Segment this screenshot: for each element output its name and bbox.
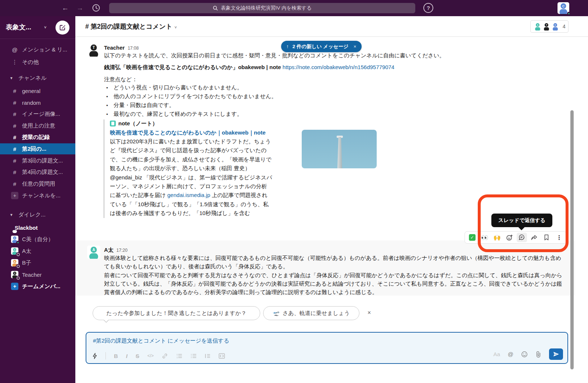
mention-button[interactable]: @ xyxy=(508,351,513,357)
card-description: 以下は2020年3月に書いたまま放置していたドラフトだ。ちょうど『現代ビジネス』… xyxy=(110,137,272,218)
search-input[interactable]: 表象文化論特殊研究演習IV 内を検索する xyxy=(109,3,415,13)
reading-title: 銭清弘「映画を倍速で見ることのなにがわるいのか」obakeweb | note xyxy=(104,64,281,70)
add-team-member-button[interactable]: +チームメンバ... xyxy=(0,281,75,292)
shortcuts-lightning-icon[interactable] xyxy=(92,353,97,359)
suggested-reply-chip[interactable]: 🛫さあ、軌道に乗せましょう xyxy=(263,306,359,320)
workspace-switcher[interactable]: 表象文... ˅ xyxy=(0,16,75,39)
hash-icon: # xyxy=(12,88,18,94)
dm-self[interactable]: CC美（自分） xyxy=(0,234,75,245)
gendai-link[interactable]: gendai.ismedia.jp xyxy=(167,192,210,198)
suggested-reply-chip[interactable]: たった今参加しました！聞き逃したことはありますか？ xyxy=(93,306,260,320)
link-preview-card: note（ノート） 映画を倍速で見ることのなにがわるいのか｜obakeweb｜n… xyxy=(103,119,280,218)
composer-right-tools: Aa @ xyxy=(493,348,563,360)
text-format-toggle[interactable]: Aa xyxy=(493,351,500,357)
close-icon[interactable]: × xyxy=(368,309,371,316)
sidebar-item-mentions[interactable]: @メンション & リ... xyxy=(0,44,75,55)
timestamp[interactable]: 17:08 xyxy=(128,46,139,51)
add-channel-button[interactable]: +チャンネルを... xyxy=(0,190,75,201)
author-name[interactable]: A太 xyxy=(104,247,114,253)
code-button[interactable]: </> xyxy=(147,353,154,358)
eyes-reaction-button[interactable]: 👀 xyxy=(480,233,490,242)
author-name[interactable]: Teacher xyxy=(104,44,125,51)
card-thumbnail-image[interactable] xyxy=(302,130,377,168)
emoji-picker-button[interactable] xyxy=(521,351,528,358)
message-avatar-ataro[interactable]: A xyxy=(87,246,100,259)
sidebar-channel-session2-selected[interactable]: #第2回の... xyxy=(0,143,75,154)
sidebar-channel-image[interactable]: #イメージ画像... xyxy=(0,108,75,119)
sidebar-channel-session3[interactable]: #第3回の課題文... xyxy=(0,155,75,166)
chevron-down-icon: ˅ xyxy=(44,25,46,29)
attach-file-button[interactable] xyxy=(535,351,541,358)
presence-online-dot xyxy=(567,12,571,15)
code-block-button[interactable] xyxy=(219,353,225,359)
bullet-item: 他の人のコメントにリプライをつけるかたちでもかまいません。 xyxy=(104,92,545,101)
at-icon: @ xyxy=(12,47,18,53)
dm-teacher[interactable]: TTeacher xyxy=(0,269,75,280)
hash-icon: # xyxy=(12,146,18,152)
bookmark-button[interactable] xyxy=(542,233,552,242)
presence-offline-dot xyxy=(17,253,20,256)
sidebar-channel-class-record[interactable]: #授業の記録 xyxy=(0,132,75,143)
pencil-icon xyxy=(59,24,66,31)
strikethrough-button[interactable]: S xyxy=(136,353,139,359)
channel-title[interactable]: # 第2回の課題文献とコメント˅ xyxy=(85,22,177,31)
new-messages-banner[interactable]: ↑ 2 件の新しい メッセージ × xyxy=(281,41,362,52)
history-back-icon[interactable]: ← xyxy=(62,3,69,13)
timestamp[interactable]: 17:20 xyxy=(116,248,128,253)
dm-slackbot[interactable]: Slackbot xyxy=(0,222,75,233)
message-avatar-teacher[interactable]: T xyxy=(87,43,100,57)
sidebar-channel-questions[interactable]: #任意の質問用 xyxy=(0,178,75,189)
dm-section-header[interactable]: ▼ダイレク... xyxy=(0,209,75,220)
sidebar-item-more[interactable]: ⋮その他 xyxy=(0,57,75,68)
sidebar-channel-general[interactable]: #general xyxy=(0,85,75,96)
message-text: 銭清弘「映画を倍速で見ることのなにがわるいのか」obakeweb | note … xyxy=(104,63,571,71)
member-avatar: C xyxy=(551,22,559,31)
dm-ataro[interactable]: AA太 xyxy=(0,246,75,257)
airplane-emoji-icon: 🛫 xyxy=(273,310,280,316)
reply-in-thread-button[interactable] xyxy=(517,233,527,242)
channel-members-button[interactable]: A T C 4 xyxy=(530,20,569,33)
message-text: 前者について回復不可能であると判断する見方はなさそうなので、ひとまず論点は「身体… xyxy=(104,271,564,296)
ordered-list-button[interactable] xyxy=(176,353,182,359)
bold-button[interactable]: B xyxy=(114,353,118,359)
dm-bko[interactable]: BB子 xyxy=(0,257,75,268)
composer-placeholder[interactable]: #第2回の課題文献とコメント にメッセージを送信する xyxy=(93,337,534,344)
channels-section-header[interactable]: ▼チャンネル xyxy=(0,72,75,83)
vertical-dots-icon: ⋮ xyxy=(12,59,18,65)
link-button[interactable] xyxy=(162,353,168,359)
check-mark-reaction-button[interactable]: ✓ xyxy=(467,233,477,242)
compose-button[interactable] xyxy=(55,21,69,35)
message-text: 映画体験として総称される様々な要素には、回復可能であるものと回復不可能な（可能性… xyxy=(104,254,564,271)
plus-icon: + xyxy=(11,192,18,199)
note-article-link[interactable]: https://note.com/obakeweb/n/n156d9577907… xyxy=(283,64,394,70)
sidebar-channel-random[interactable]: #random xyxy=(0,97,75,108)
close-icon[interactable]: × xyxy=(354,44,356,49)
more-actions-button[interactable]: ⋮ xyxy=(554,233,564,242)
vertical-scrollbar[interactable] xyxy=(570,110,574,369)
history-clock-icon[interactable] xyxy=(92,4,100,12)
channel-header: # 第2回の課題文献とコメント˅ A T C 4 xyxy=(75,16,588,37)
history-forward-icon[interactable]: → xyxy=(76,3,83,13)
card-title-link[interactable]: 映画を倍速で見ることのなにがわるいのか｜obakeweb｜note xyxy=(110,128,272,137)
hash-icon: # xyxy=(12,181,18,187)
message-actions-toolbar: ✓ 👀 🙌 ⋮ xyxy=(465,231,567,244)
send-button[interactable] xyxy=(549,348,563,360)
sidebar-channel-session4[interactable]: #第4回の課題文... xyxy=(0,167,75,178)
caret-down-icon: ▼ xyxy=(10,76,13,80)
help-icon[interactable]: ? xyxy=(423,3,433,13)
message-composer[interactable]: #第2回の課題文献とコメント にメッセージを送信する B I S </> Aa … xyxy=(86,332,568,364)
raised-hands-reaction-button[interactable]: 🙌 xyxy=(492,233,502,242)
member-avatar: T xyxy=(542,22,551,31)
blockquote-button[interactable] xyxy=(205,353,211,359)
user-avatar[interactable]: C xyxy=(557,2,569,14)
hash-icon: # xyxy=(12,111,18,117)
sidebar-channel-usage-notes[interactable]: #使用上の注意 xyxy=(0,120,75,131)
bulleted-list-button[interactable] xyxy=(190,353,197,359)
thread-reply-tooltip: スレッドで返信する xyxy=(491,214,552,227)
italic-button[interactable]: I xyxy=(126,353,128,359)
bullet-list: どういう視点・切り口から書いてもかまいません。 他の人のコメントにリプライをつけ… xyxy=(104,83,545,118)
note-service-icon xyxy=(110,121,116,126)
workspace-name: 表象文... xyxy=(6,23,31,32)
share-message-button[interactable] xyxy=(529,233,539,242)
add-reaction-button[interactable] xyxy=(504,233,514,242)
